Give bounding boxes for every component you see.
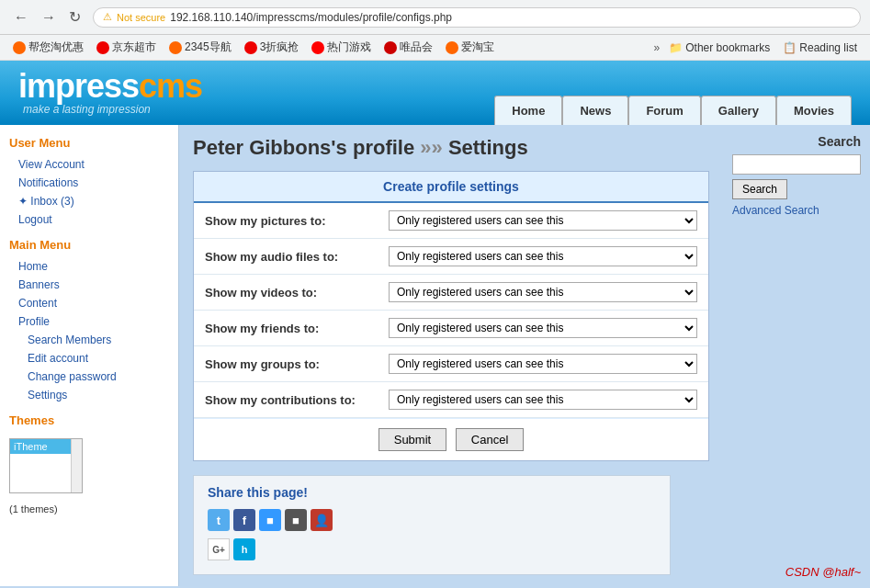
page-title: Peter Gibbons's profile »» Settings bbox=[193, 136, 709, 160]
bookmark-icon-2 bbox=[169, 41, 182, 54]
delicious-icon[interactable]: ■ bbox=[259, 509, 281, 531]
nav-gallery[interactable]: Gallery bbox=[701, 96, 776, 125]
reading-icon: 📋 bbox=[783, 41, 797, 54]
nav-home[interactable]: Home bbox=[494, 96, 562, 125]
reddit-icon[interactable]: 👤 bbox=[311, 509, 333, 531]
bookmark-0[interactable]: 帮您淘优惠 bbox=[9, 38, 87, 57]
table-row: Show my videos to: Only registered users… bbox=[194, 275, 708, 311]
bookmark-icon-6 bbox=[446, 41, 458, 54]
browser-bar: ← → ↻ ⚠ Not secure 192.168.110.140/impre… bbox=[0, 0, 870, 35]
bookmark-2[interactable]: 2345导航 bbox=[165, 38, 235, 57]
row-select-0[interactable]: Only registered users can see this Every… bbox=[389, 210, 697, 231]
facebook-icon[interactable]: f bbox=[233, 509, 255, 531]
table-row: Show my groups to: Only registered users… bbox=[194, 346, 708, 382]
google-icon[interactable]: G+ bbox=[208, 538, 230, 560]
nav-news[interactable]: News bbox=[562, 96, 628, 125]
settings-form: Create profile settings Show my pictures… bbox=[193, 171, 709, 461]
bookmark-label-0: 帮您淘优惠 bbox=[28, 40, 84, 55]
content-area: Peter Gibbons's profile »» Settings Crea… bbox=[179, 125, 723, 586]
row-label-1: Show my audio files to: bbox=[205, 250, 389, 264]
forward-icon[interactable]: → bbox=[37, 7, 61, 28]
share-title: Share this page! bbox=[208, 485, 656, 500]
themes-box[interactable]: iTheme bbox=[9, 438, 83, 493]
share-icons: t f ■ ■ 👤 G+ h bbox=[208, 509, 656, 560]
themes-count: (1 themes) bbox=[9, 503, 169, 514]
bookmark-label-3: 3折疯抢 bbox=[260, 40, 299, 55]
sidebar-view-account[interactable]: View Account bbox=[9, 155, 169, 174]
sidebar-banners[interactable]: Banners bbox=[9, 276, 169, 294]
folder-icon: 📁 bbox=[669, 41, 683, 54]
hatena-icon[interactable]: h bbox=[233, 538, 255, 560]
advanced-search-link[interactable]: Advanced Search bbox=[732, 204, 861, 217]
search-input[interactable] bbox=[732, 154, 861, 175]
sidebar-notifications[interactable]: Notifications bbox=[9, 174, 169, 192]
site-header: impresscms make a lasting impression Hom… bbox=[0, 61, 870, 125]
bookmark-icon-1 bbox=[96, 41, 109, 54]
main-menu-title: Main Menu bbox=[9, 238, 169, 252]
bookmark-label-5: 唯品会 bbox=[400, 40, 433, 55]
settings-form-title: Create profile settings bbox=[194, 172, 708, 203]
sidebar-change-password[interactable]: Change password bbox=[9, 368, 169, 386]
row-label-2: Show my videos to: bbox=[205, 286, 389, 300]
search-sidebar: Search Search Advanced Search bbox=[723, 125, 870, 586]
sidebar-search-members[interactable]: Search Members bbox=[9, 331, 169, 349]
row-label-3: Show my friends to: bbox=[205, 322, 389, 335]
other-bookmarks[interactable]: 📁 Other bookmarks bbox=[665, 40, 774, 56]
watermark: CSDN @half~ bbox=[785, 565, 861, 579]
logo-tagline: make a lasting impression bbox=[23, 103, 202, 116]
bookmark-icon-4 bbox=[311, 41, 324, 54]
logo-cms: cms bbox=[139, 67, 202, 105]
bookmark-1[interactable]: 京东超市 bbox=[93, 38, 160, 57]
page-title-name: Peter Gibbons's profile bbox=[193, 136, 420, 159]
search-button[interactable]: Search bbox=[732, 179, 787, 199]
sidebar-profile[interactable]: Profile bbox=[9, 312, 169, 331]
search-title: Search bbox=[732, 134, 861, 149]
bookmark-5[interactable]: 唯品会 bbox=[380, 38, 436, 57]
row-select-3[interactable]: Only registered users can see this Every… bbox=[389, 318, 697, 338]
form-buttons: Submit Cancel bbox=[194, 418, 708, 460]
twitter-icon[interactable]: t bbox=[208, 509, 230, 531]
table-row: Show my audio files to: Only registered … bbox=[194, 239, 708, 275]
back-icon[interactable]: ← bbox=[9, 7, 33, 28]
row-select-5[interactable]: Only registered users can see this Every… bbox=[389, 390, 697, 410]
page-title-arrows: »» bbox=[420, 136, 448, 159]
sidebar-logout[interactable]: Logout bbox=[9, 210, 169, 229]
sidebar: User Menu View Account Notifications ✦ I… bbox=[0, 125, 179, 586]
bookmark-3[interactable]: 3折疯抢 bbox=[241, 38, 303, 57]
reading-list-label: Reading list bbox=[799, 41, 857, 54]
sidebar-home[interactable]: Home bbox=[9, 257, 169, 276]
address-bar[interactable]: ⚠ Not secure 192.168.110.140/impresscms/… bbox=[93, 7, 861, 28]
digg-icon[interactable]: ■ bbox=[285, 509, 307, 531]
lock-icon: ⚠ bbox=[103, 11, 112, 23]
row-select-4[interactable]: Only registered users can see this Every… bbox=[389, 354, 697, 374]
main-layout: User Menu View Account Notifications ✦ I… bbox=[0, 125, 870, 586]
bookmarks-more[interactable]: » bbox=[654, 41, 661, 54]
sidebar-content[interactable]: Content bbox=[9, 294, 169, 312]
table-row: Show my friends to: Only registered user… bbox=[194, 311, 708, 346]
bookmarks-bar: 帮您淘优惠 京东超市 2345导航 3折疯抢 热门游戏 唯品会 爱淘宝 » 📁 … bbox=[0, 35, 870, 61]
bookmark-icon-0 bbox=[13, 41, 26, 54]
logo[interactable]: impresscms bbox=[18, 70, 202, 103]
sidebar-inbox[interactable]: ✦ Inbox (3) bbox=[9, 192, 169, 210]
submit-button[interactable]: Submit bbox=[379, 428, 446, 451]
sidebar-settings[interactable]: Settings bbox=[9, 386, 169, 404]
cancel-button[interactable]: Cancel bbox=[456, 428, 524, 451]
bookmark-icon-3 bbox=[244, 41, 257, 54]
bookmark-label-6: 爱淘宝 bbox=[461, 40, 494, 55]
settings-rows: Show my pictures to: Only registered use… bbox=[194, 203, 708, 418]
refresh-icon[interactable]: ↻ bbox=[64, 6, 85, 28]
nav-forum[interactable]: Forum bbox=[628, 96, 700, 125]
themes-scrollbar[interactable] bbox=[71, 439, 82, 492]
nav-movies[interactable]: Movies bbox=[776, 96, 852, 125]
themes-box-wrapper: iTheme bbox=[9, 433, 83, 499]
row-select-2[interactable]: Only registered users can see this Every… bbox=[389, 282, 697, 302]
share-icons-row2: G+ h bbox=[208, 538, 656, 560]
browser-nav[interactable]: ← → ↻ bbox=[9, 6, 85, 28]
bookmark-6[interactable]: 爱淘宝 bbox=[442, 38, 498, 57]
bookmark-4[interactable]: 热门游戏 bbox=[308, 38, 375, 57]
row-select-1[interactable]: Only registered users can see this Every… bbox=[389, 246, 697, 266]
share-section: Share this page! t f ■ ■ 👤 G+ h bbox=[193, 475, 671, 575]
sidebar-edit-account[interactable]: Edit account bbox=[9, 349, 169, 368]
reading-list[interactable]: 📋 Reading list bbox=[779, 40, 861, 56]
themes-title: Themes bbox=[9, 413, 169, 427]
